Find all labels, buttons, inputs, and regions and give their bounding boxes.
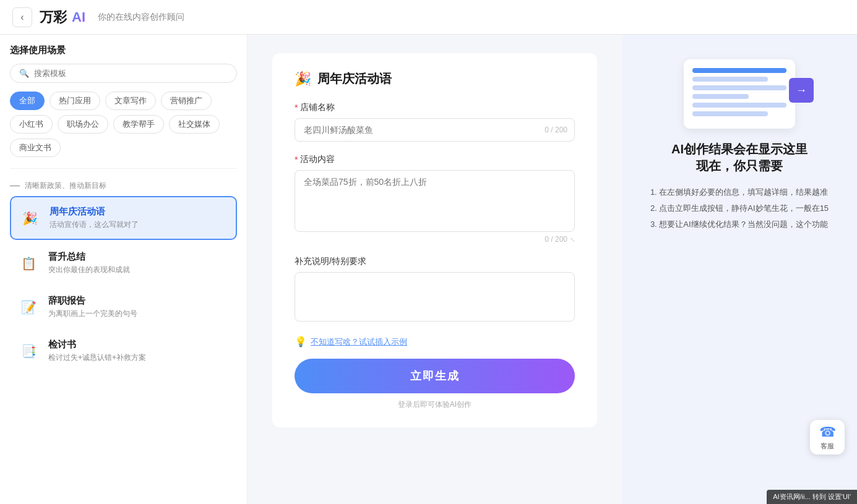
resize-icon: ⤡ <box>570 236 575 243</box>
ai-tip-title: AI创作结果会在显示这里现在，你只需要 <box>671 141 807 174</box>
sidebar: 选择使用场景 🔍 全部热门应用文章写作营销推广小红书职场办公教学帮手社交媒体商业… <box>0 35 248 504</box>
header-subtitle: 你的在线内容创作顾问 <box>98 12 184 23</box>
tag-社交媒体[interactable]: 社交媒体 <box>169 115 220 134</box>
customer-service-button[interactable]: ☎ 客服 <box>810 420 845 455</box>
tag-filter-row: 全部热门应用文章写作营销推广小红书职场办公教学帮手社交媒体商业文书 <box>10 92 237 157</box>
list-item-title: 检讨书 <box>48 339 230 351</box>
hint-icon: 💡 <box>295 336 307 348</box>
watermark: AI资讯网/ii... 转到 设置'UI' <box>767 490 857 504</box>
sidebar-title: 选择使用场景 <box>10 45 237 56</box>
promo-text: 清晰新政策、推动新目标 <box>25 181 106 191</box>
illus-line-6 <box>692 111 768 116</box>
required-mark-2: * <box>295 155 298 164</box>
list-item-desc: 为离职画上一个完美的句号 <box>48 309 230 319</box>
shop-name-input-wrap: 0 / 200 <box>295 118 575 142</box>
back-button[interactable]: ‹ <box>12 7 32 27</box>
required-mark: * <box>295 103 298 113</box>
illus-line-1 <box>692 68 786 73</box>
content-area: 🎉 周年庆活动语 * 店铺名称 0 / 200 * 活动内容 <box>248 35 622 504</box>
activity-char-count: 0 / 200 <box>545 235 567 244</box>
list-item-title: 辞职报告 <box>48 295 230 307</box>
cs-label: 客服 <box>820 442 834 451</box>
search-box[interactable]: 🔍 <box>10 64 237 83</box>
tag-小红书[interactable]: 小红书 <box>10 115 53 134</box>
illustration: → <box>684 59 795 129</box>
logo: 万彩 AI <box>40 8 85 27</box>
ai-tip-item: 3. 想要让AI继续优化结果？当然没问题，这个功能 <box>644 216 835 233</box>
list-item-title: 周年庆活动语 <box>50 206 228 218</box>
list-item[interactable]: 🎉 周年庆活动语 活动宣传语，这么写就对了 <box>10 196 237 240</box>
ai-tip-list: 1. 在左侧填好必要的信息，填写越详细，结果越准2. 点击立即生成按钮，静待AI… <box>644 184 835 233</box>
promo-icon: — <box>10 180 20 191</box>
list-item-info: 周年庆活动语 活动宣传语，这么写就对了 <box>50 206 228 230</box>
tag-商业文书[interactable]: 商业文书 <box>10 139 61 157</box>
extra-label: 补充说明/特别要求 <box>295 256 575 267</box>
search-icon: 🔍 <box>19 69 29 78</box>
cs-icon: ☎ <box>819 424 836 440</box>
list-item-info: 检讨书 检讨过失+诚恳认错+补救方案 <box>48 339 230 363</box>
list-item-icon: 🎉 <box>19 207 41 229</box>
activity-textarea-wrap: 0 / 200 ⤡ <box>295 170 575 244</box>
ai-tip-item: 1. 在左侧填好必要的信息，填写越详细，结果越准 <box>644 184 835 200</box>
tag-营销推广[interactable]: 营销推广 <box>161 92 212 110</box>
back-icon: ‹ <box>20 12 24 23</box>
hint-link[interactable]: 💡 不知道写啥？试试插入示例 <box>295 336 575 348</box>
generate-note: 登录后即可体验AI创作 <box>295 399 575 410</box>
activity-label: * 活动内容 <box>295 154 575 165</box>
extra-group: 补充说明/特别要求 <box>295 256 575 323</box>
form-header: 🎉 周年庆活动语 <box>295 70 575 87</box>
shop-name-group: * 店铺名称 0 / 200 <box>295 102 575 142</box>
illus-card: → <box>684 59 795 129</box>
ai-tip-item: 2. 点击立即生成按钮，静待AI妙笔生花，一般在15 <box>644 200 835 216</box>
illus-line-3 <box>692 85 786 90</box>
main-layout: 选择使用场景 🔍 全部热门应用文章写作营销推广小红书职场办公教学帮手社交媒体商业… <box>0 35 857 504</box>
activity-textarea[interactable] <box>295 170 575 232</box>
search-input[interactable] <box>34 69 228 78</box>
logo-text: 万彩 <box>40 8 67 27</box>
illus-arrow: → <box>789 78 814 103</box>
illus-line-2 <box>692 77 768 82</box>
illus-line-5 <box>692 103 786 108</box>
app-header: ‹ 万彩 AI 你的在线内容创作顾问 <box>0 0 857 35</box>
logo-ai: AI <box>72 9 85 25</box>
tag-热门应用[interactable]: 热门应用 <box>50 92 100 110</box>
tag-教学帮手[interactable]: 教学帮手 <box>113 115 164 134</box>
list-item-icon: 📑 <box>17 340 40 362</box>
list-item-title: 晋升总结 <box>48 251 230 263</box>
activity-footer: 0 / 200 ⤡ <box>295 235 575 244</box>
extra-textarea-wrap <box>295 272 575 323</box>
list-item-info: 辞职报告 为离职画上一个完美的句号 <box>48 295 230 319</box>
list-item-icon: 📋 <box>17 252 40 275</box>
extra-textarea[interactable] <box>295 272 575 322</box>
list-item-desc: 突出你最佳的表现和成就 <box>48 265 230 275</box>
tag-文章写作[interactable]: 文章写作 <box>105 92 156 110</box>
generate-button[interactable]: 立即生成 <box>295 359 575 393</box>
list-item-desc: 活动宣传语，这么写就对了 <box>50 220 228 230</box>
list-item[interactable]: 📑 检讨书 检讨过失+诚恳认错+补救方案 <box>10 330 237 372</box>
shop-name-label: * 店铺名称 <box>295 102 575 113</box>
illus-line-4 <box>692 94 749 99</box>
shop-name-input[interactable] <box>295 118 575 142</box>
shop-name-char-count: 0 / 200 <box>545 126 567 134</box>
activity-group: * 活动内容 0 / 200 ⤡ <box>295 154 575 244</box>
promo-item: — 清晰新政策、推动新目标 <box>10 175 237 196</box>
hint-link-text[interactable]: 不知道写啥？试试插入示例 <box>311 336 407 348</box>
sidebar-divider <box>10 168 237 169</box>
form-card: 🎉 周年庆活动语 * 店铺名称 0 / 200 * 活动内容 <box>272 53 597 427</box>
tag-全部[interactable]: 全部 <box>10 92 45 110</box>
list-item[interactable]: 📋 晋升总结 突出你最佳的表现和成就 <box>10 242 237 284</box>
list-item-icon: 📝 <box>17 296 40 318</box>
form-title: 周年庆活动语 <box>317 70 392 87</box>
list-item-info: 晋升总结 突出你最佳的表现和成就 <box>48 251 230 275</box>
tag-职场办公[interactable]: 职场办公 <box>58 115 108 134</box>
list-item-desc: 检讨过失+诚恳认错+补救方案 <box>48 352 230 363</box>
form-header-icon: 🎉 <box>295 71 311 87</box>
list-item[interactable]: 📝 辞职报告 为离职画上一个完美的句号 <box>10 286 237 328</box>
list-items: 🎉 周年庆活动语 活动宣传语，这么写就对了 📋 晋升总结 突出你最佳的表现和成就… <box>10 196 237 494</box>
